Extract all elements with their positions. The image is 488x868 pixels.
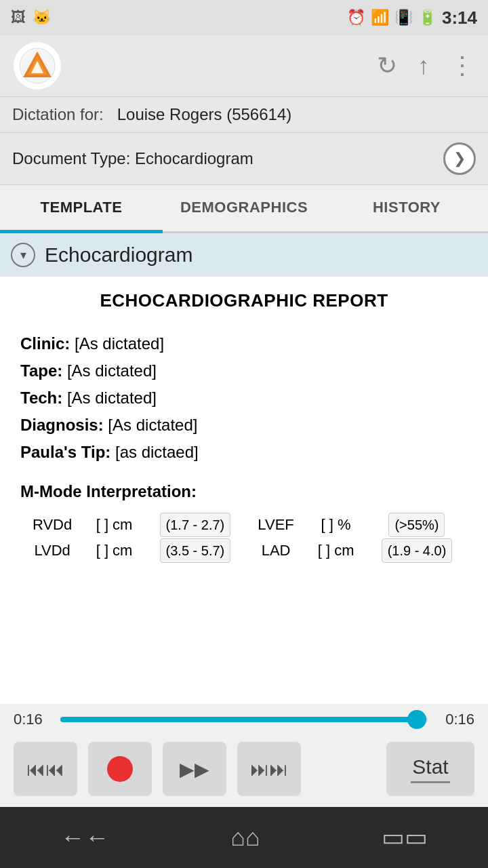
stat-button[interactable]: Stat xyxy=(386,742,474,796)
controls-bar: ⏮ ▶ ⏭ Stat xyxy=(0,735,488,807)
playback-area: 0:16 0:16 ⏮ ▶ ⏭ Stat xyxy=(0,704,488,807)
dropdown-arrow-icon[interactable] xyxy=(11,243,35,267)
field-tape-value[interactable]: [As dictated] xyxy=(67,361,157,380)
more-options-icon[interactable] xyxy=(450,52,474,80)
cat-icon: 🐱 xyxy=(33,9,51,26)
chevron-right-icon xyxy=(453,150,466,167)
play-icon: ▶ xyxy=(180,758,209,781)
field-tech-value[interactable]: [As dictated] xyxy=(67,389,157,407)
dropdown-title: Echocardiogram xyxy=(45,243,192,267)
total-time: 0:16 xyxy=(437,711,474,728)
tab-demographics[interactable]: DEMOGRAPHICS xyxy=(163,185,325,231)
field-tech-label: Tech: xyxy=(20,389,62,407)
lvdd-value[interactable]: [ ] cm xyxy=(84,538,144,564)
chevron-down-icon xyxy=(20,248,26,262)
patient-name: Louise Rogers (556614) xyxy=(117,105,292,124)
refresh-icon[interactable] xyxy=(377,52,397,80)
fast-forward-button[interactable]: ⏭ xyxy=(237,742,301,796)
signal-icon: 📳 xyxy=(394,9,413,26)
field-tech: Tech: [As dictated] xyxy=(20,386,468,410)
mmode-section-title: M-Mode Interpretation: xyxy=(20,482,468,501)
field-clinic-value[interactable]: [As dictated] xyxy=(75,334,164,353)
recent-apps-button[interactable]: ▭ xyxy=(382,823,428,852)
tab-history[interactable]: HISTORY xyxy=(325,185,488,231)
rvdd-value[interactable]: [ ] cm xyxy=(84,512,144,538)
field-tape-label: Tape: xyxy=(20,361,62,380)
rvdd-ref: (1.7 - 2.7) xyxy=(160,513,231,537)
dictation-label: Dictation for: xyxy=(12,105,104,124)
field-clinic-label: Clinic: xyxy=(20,334,70,353)
field-paulas-tip-value[interactable]: [as dictaed] xyxy=(115,443,199,461)
stat-label: Stat xyxy=(412,755,448,778)
field-diagnosis-label: Diagnosis: xyxy=(20,416,104,434)
dropdown-header[interactable]: Echocardiogram xyxy=(0,233,488,277)
status-bar: 🖼 🐱 ⏰ 📶 📳 🔋 3:14 xyxy=(0,0,488,35)
wifi-icon: 📶 xyxy=(371,9,389,26)
lad-ref: (1.9 - 4.0) xyxy=(382,538,453,563)
rvdd-label: RVDd xyxy=(20,512,84,538)
patient-info: Dictation for: Louise Rogers (556614) xyxy=(0,96,488,133)
mmode-row-1: RVDd [ ] cm (1.7 - 2.7) LVEF [ ] % (>55%… xyxy=(20,512,468,538)
alarm-icon: ⏰ xyxy=(347,9,365,26)
field-tape: Tape: [As dictated] xyxy=(20,359,468,383)
status-left-icons: 🖼 🐱 xyxy=(11,9,51,26)
lvef-value[interactable]: [ ] % xyxy=(306,512,366,538)
doc-type-label: Document Type: Echocardiogram xyxy=(12,149,253,168)
mmode-table: RVDd [ ] cm (1.7 - 2.7) LVEF [ ] % (>55%… xyxy=(20,512,468,564)
play-button[interactable]: ▶ xyxy=(163,742,226,796)
status-right-area: ⏰ 📶 📳 🔋 3:14 xyxy=(347,7,477,28)
field-diagnosis-value[interactable]: [As dictated] xyxy=(108,416,197,434)
mmode-row-2: LVDd [ ] cm (3.5 - 5.7) LAD [ ] cm (1.9 … xyxy=(20,538,468,564)
field-diagnosis: Diagnosis: [As dictated] xyxy=(20,413,468,437)
rewind-button[interactable]: ⏮ xyxy=(14,742,77,796)
lvef-label: LVEF xyxy=(246,512,306,538)
lad-value[interactable]: [ ] cm xyxy=(306,538,366,564)
lad-label: LAD xyxy=(246,538,306,564)
nav-bar: ← ⌂ ▭ xyxy=(0,807,488,868)
timeline: 0:16 0:16 xyxy=(0,704,488,735)
back-button[interactable]: ← xyxy=(60,823,109,852)
tab-template[interactable]: TEMPLATE xyxy=(0,185,163,233)
lvdd-label: LVDd xyxy=(20,538,84,564)
lvdd-ref: (3.5 - 5.7) xyxy=(160,538,231,563)
status-time: 3:14 xyxy=(442,7,477,28)
progress-fill xyxy=(60,717,417,722)
current-time: 0:16 xyxy=(14,711,51,728)
field-clinic: Clinic: [As dictated] xyxy=(20,332,468,356)
rewind-icon: ⏮ xyxy=(26,758,64,781)
battery-icon: 🔋 xyxy=(418,9,436,26)
record-dot-icon xyxy=(107,756,133,782)
stat-underline xyxy=(411,781,449,783)
report-title: ECHOCARDIOGRAPHIC REPORT xyxy=(20,290,468,311)
fast-forward-icon: ⏭ xyxy=(250,758,288,781)
image-icon: 🖼 xyxy=(11,9,26,26)
field-paulas-tip-label: Paula's Tip: xyxy=(20,443,110,461)
app-bar xyxy=(0,35,488,96)
app-logo xyxy=(14,42,61,90)
doc-type-nav-button[interactable] xyxy=(443,142,476,175)
doc-type-bar: Document Type: Echocardiogram xyxy=(0,133,488,185)
logo-svg xyxy=(19,47,56,84)
progress-thumb[interactable] xyxy=(407,710,426,729)
report-content: ECHOCARDIOGRAPHIC REPORT Clinic: [As dic… xyxy=(0,277,488,704)
tab-bar: TEMPLATE DEMOGRAPHICS HISTORY xyxy=(0,185,488,233)
home-button[interactable]: ⌂ xyxy=(230,823,260,852)
field-paulas-tip: Paula's Tip: [as dictaed] xyxy=(20,440,468,465)
record-button[interactable] xyxy=(88,742,152,796)
progress-track[interactable] xyxy=(60,717,428,722)
app-bar-actions xyxy=(377,52,474,80)
upload-icon[interactable] xyxy=(418,52,430,80)
lvef-ref: (>55%) xyxy=(388,513,445,537)
